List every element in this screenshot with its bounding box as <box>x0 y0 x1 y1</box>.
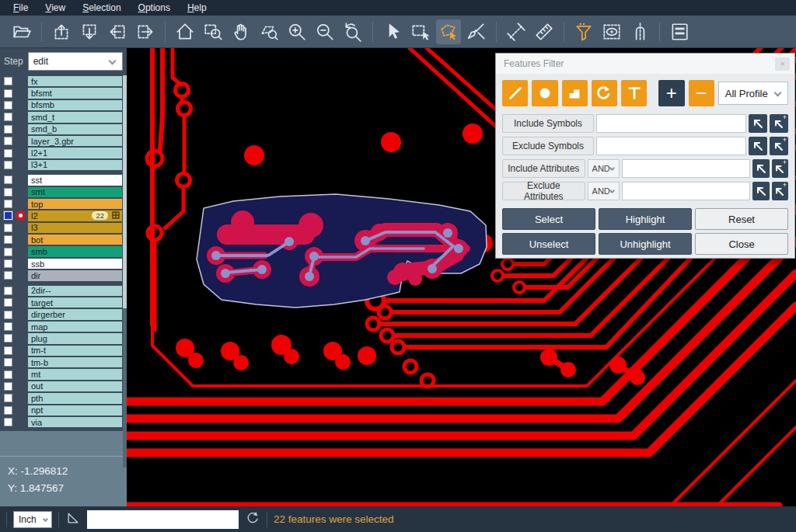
pick-symbol-button[interactable] <box>749 114 767 133</box>
exclude-attributes-and-select[interactable]: AND <box>588 182 620 200</box>
layer-name-label[interactable]: top <box>28 199 122 209</box>
active-layer-indicator[interactable] <box>12 369 28 381</box>
layer-visibility-checkbox[interactable] <box>4 211 12 220</box>
layer-name-label[interactable]: out <box>28 381 122 391</box>
layer-visibility-checkbox[interactable] <box>4 161 12 169</box>
layer-name-label[interactable]: target <box>28 297 122 308</box>
active-layer-indicator[interactable] <box>12 381 28 392</box>
pan-left-icon[interactable] <box>105 19 130 44</box>
active-layer-indicator[interactable] <box>12 297 28 308</box>
active-layer-indicator[interactable] <box>12 75 28 87</box>
include-attributes-button[interactable]: Include Attributes <box>502 159 585 178</box>
layer-row-plug[interactable]: plug <box>0 332 122 344</box>
layer-visibility-checkbox[interactable] <box>4 248 12 256</box>
pick-add-symbol-button[interactable]: + <box>770 114 788 133</box>
layer-visibility-checkbox[interactable] <box>4 77 12 85</box>
layer-visibility-checkbox[interactable] <box>4 188 12 196</box>
layer-name-label[interactable]: smt <box>28 187 122 197</box>
notes-panel-icon[interactable] <box>667 19 692 44</box>
layer-name-label[interactable]: bfsmt <box>28 88 122 98</box>
layer-row-fx[interactable]: fx <box>0 75 122 87</box>
features-filter-icon[interactable] <box>571 19 596 44</box>
active-layer-indicator[interactable] <box>12 174 28 186</box>
layer-name-label[interactable]: tm-b <box>28 357 122 367</box>
active-layer-indicator[interactable] <box>12 159 28 171</box>
active-layer-indicator[interactable] <box>12 258 28 269</box>
reset-button[interactable]: Reset <box>695 208 788 230</box>
active-layer-indicator[interactable] <box>12 321 28 332</box>
layer-row-smd_b[interactable]: smd_b <box>0 123 122 135</box>
layer-name-label[interactable]: fx <box>28 76 122 86</box>
clean-selection-icon[interactable] <box>464 19 489 44</box>
layer-name-label[interactable]: tm-t <box>28 346 122 356</box>
profile-select[interactable]: All Profile <box>718 82 788 105</box>
layer-list-scrollbar[interactable] <box>123 75 127 468</box>
layer-row-l3[interactable]: l3 <box>0 222 122 234</box>
layer-row-smb[interactable]: smb <box>0 245 122 257</box>
active-layer-indicator[interactable] <box>12 88 28 99</box>
include-attributes-and-select[interactable]: AND <box>588 159 620 178</box>
step-select[interactable]: edit <box>28 52 123 71</box>
active-layer-indicator[interactable] <box>12 210 28 221</box>
layer-visibility-checkbox[interactable] <box>4 334 12 342</box>
active-layer-indicator[interactable] <box>12 135 28 147</box>
pick-symbol-button[interactable] <box>749 137 767 155</box>
layer-row-tm-b[interactable]: tm-b <box>0 356 122 368</box>
layer-visibility-checkbox[interactable] <box>4 311 12 319</box>
active-layer-indicator[interactable] <box>12 198 28 210</box>
active-layer-indicator[interactable] <box>12 186 28 198</box>
include-attributes-input[interactable] <box>622 159 750 178</box>
layer-visibility-checkbox[interactable] <box>4 322 12 331</box>
active-layer-indicator[interactable] <box>12 416 28 428</box>
pick-add-attribute-button[interactable]: + <box>772 159 788 178</box>
exclude-attributes-button[interactable]: Exclude Attributes <box>502 182 585 200</box>
active-layer-indicator[interactable] <box>12 356 28 368</box>
layer-name-label[interactable]: plug <box>28 333 122 343</box>
layer-row-ssb[interactable]: ssb <box>0 258 122 269</box>
active-layer-indicator[interactable] <box>12 123 28 135</box>
layer-visibility-checkbox[interactable] <box>4 235 12 244</box>
polygon-select-icon[interactable] <box>436 19 461 44</box>
filter-arc-button[interactable] <box>592 80 617 106</box>
include-symbols-button[interactable]: Include Symbols <box>502 114 594 133</box>
layer-name-label[interactable]: 2dir-- <box>28 286 122 296</box>
layer-row-bot[interactable]: bot <box>0 234 122 245</box>
layer-visibility-checkbox[interactable] <box>4 418 12 426</box>
layer-visibility-checkbox[interactable] <box>4 298 12 307</box>
layer-row-smd_t[interactable]: smd_t <box>0 111 122 123</box>
filter-text-button[interactable] <box>621 80 647 106</box>
filter-surface-button[interactable] <box>562 80 588 106</box>
exclude-attributes-input[interactable] <box>622 182 750 200</box>
pick-attribute-button[interactable] <box>752 182 769 200</box>
close-icon[interactable]: × <box>775 57 790 71</box>
pick-attribute-button[interactable] <box>752 159 769 178</box>
home-view-icon[interactable] <box>173 19 197 44</box>
pan-right-icon[interactable] <box>133 19 158 44</box>
layer-visibility-checkbox[interactable] <box>4 224 12 232</box>
layer-name-label[interactable]: bfsmb <box>28 100 122 110</box>
layer-visibility-checkbox[interactable] <box>4 382 12 391</box>
zoom-out-icon[interactable] <box>312 19 337 44</box>
layer-name-label[interactable]: smb <box>28 246 122 256</box>
exclude-symbols-button[interactable]: Exclude Symbols <box>502 137 594 155</box>
filter-line-button[interactable] <box>502 80 528 106</box>
layer-visibility-checkbox[interactable] <box>4 259 12 268</box>
layer-row-via[interactable]: via <box>0 416 122 428</box>
layer-visibility-checkbox[interactable] <box>4 287 12 295</box>
layer-row-dirgerber[interactable]: dirgerber <box>0 308 122 320</box>
layer-name-label[interactable]: map <box>28 322 122 332</box>
layer-name-label[interactable]: ssb <box>28 259 122 269</box>
layer-row-out[interactable]: out <box>0 381 122 392</box>
layer-name-label[interactable]: l2+1 <box>28 148 122 158</box>
active-layer-indicator[interactable] <box>12 269 28 281</box>
layer-row-smt[interactable]: smt <box>0 186 122 198</box>
menu-help[interactable]: Help <box>179 1 215 16</box>
active-layer-indicator[interactable] <box>12 222 28 234</box>
layer-visibility-checkbox[interactable] <box>4 358 12 367</box>
layer-name-label[interactable]: npt <box>28 405 122 416</box>
layer-name-label[interactable]: l3 <box>28 223 122 233</box>
menu-view[interactable]: View <box>37 1 74 16</box>
dialog-titlebar[interactable]: Features Filter × <box>496 54 794 74</box>
layer-row-pth[interactable]: pth <box>0 392 122 404</box>
snap-icon[interactable] <box>627 19 652 44</box>
